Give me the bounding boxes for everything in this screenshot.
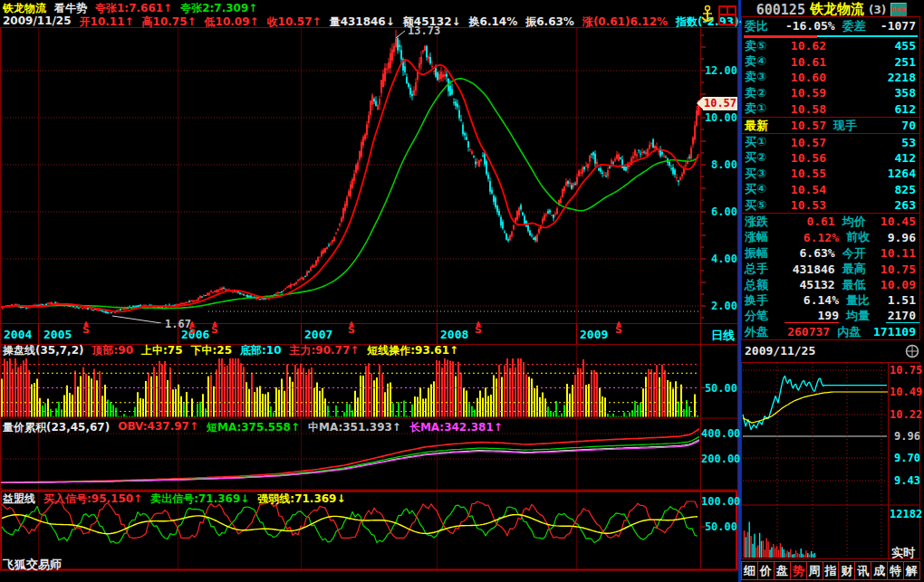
dividend-marker-icon: ▲S — [81, 320, 91, 335]
intraday-axis-label: 9.70 — [890, 452, 920, 464]
anchor-icon[interactable] — [698, 4, 717, 31]
bid-price: 10.56 — [781, 151, 826, 165]
intraday-axis-label: 10.75 — [890, 364, 920, 377]
panel-indicator-value: 长MA:342.381↑ — [409, 420, 503, 435]
panel-indicator-value: 主力:90.77↑ — [289, 343, 359, 358]
panel-axis-label: 200.00 — [701, 453, 737, 465]
quote-row: 卖③10.602218 — [742, 70, 919, 85]
ask-price: 10.60 — [781, 71, 826, 84]
quote-row: 买②10.56412 — [742, 150, 919, 166]
bottom-tab-特[interactable]: 特 — [887, 561, 904, 580]
panel-title: 量价累积(23,45,67) — [3, 420, 110, 435]
bottom-tab-财[interactable]: 财 — [838, 561, 855, 580]
quote-row: 分笔199均量2170 — [742, 309, 919, 324]
quote-row: 最新10.57现手70 — [742, 118, 919, 133]
quote-cell: 卖② — [742, 85, 781, 101]
quote-cell: 委差 — [835, 18, 881, 34]
header-low: 低10.09↑ — [205, 14, 259, 30]
stat-value: 0.61 — [783, 215, 835, 228]
window-grid-icon[interactable] — [717, 4, 738, 31]
quote-cell: 换手 — [742, 292, 784, 309]
stat-value: 2170 — [886, 309, 919, 323]
x-axis-year-label: 2004 — [4, 328, 32, 341]
quote-cell: 涨跌 — [742, 214, 783, 230]
panel-indicator-value: 上中:75 — [141, 343, 183, 358]
weicha-value: -1077 — [881, 19, 919, 33]
latest-label: 最新 — [742, 118, 781, 134]
y-axis-tick-label: 6.00 — [701, 205, 737, 218]
bottom-tab-解[interactable]: 解 — [903, 561, 920, 580]
compass-icon[interactable] — [905, 344, 919, 362]
stat-value: 10.75 — [881, 262, 919, 276]
bottom-tab-成[interactable]: 成 — [871, 561, 888, 580]
bottom-tab-指[interactable]: 指 — [823, 561, 840, 580]
bid-price: 10.57 — [781, 136, 826, 149]
current-hand-label: 现手 — [826, 118, 870, 134]
quote-table: 委比-16.05%委差-1077卖⑤10.62455卖④10.61251卖③10… — [741, 16, 920, 340]
bottom-tab-势[interactable]: 势 — [790, 561, 807, 580]
panel-indicator-value: 买入信号:95.150↑ — [43, 491, 142, 507]
panel-indicator-value: 强弱线:71.369↓ — [257, 491, 345, 507]
bottom-tab-周[interactable]: 周 — [806, 561, 823, 580]
bottom-tab-bar: 细价盘势周指财讯成特解 — [741, 561, 920, 580]
trading-terminal: { "header": { "stock_name": "铁龙物流", "vie… — [0, 0, 924, 582]
quote-row: 总额45132最低10.09 — [742, 277, 919, 292]
bottom-tab-细[interactable]: 细 — [741, 561, 758, 580]
intraday-axis-label: 9.96 — [890, 430, 920, 443]
x-axis-year-label: 2005 — [43, 328, 72, 341]
bid-volume: 412 — [826, 151, 919, 165]
ask-volume: 358 — [826, 86, 919, 100]
intraday-axis-label: 10.22 — [890, 408, 920, 421]
panel-indicator-value: 中MA:351.393↑ — [308, 420, 401, 435]
panel-indicator-value: 下中:25 — [190, 343, 232, 358]
y-axis-tick-label: 10.00 — [701, 111, 737, 124]
quote-row: 委比-16.05%委差-1077 — [742, 17, 919, 34]
panel-indicator-value: OBV:437.97↑ — [118, 420, 198, 435]
quote-date: 2009/11/25 — [745, 344, 815, 358]
stock-name-suffix: (3) — [869, 4, 886, 16]
weibi-value: -16.05% — [783, 19, 835, 33]
ask-volume: 251 — [826, 55, 919, 69]
stat-value: 260737 — [781, 325, 830, 339]
new-badge-icon[interactable]: new — [890, 3, 907, 16]
x-axis-year-label: 2008 — [440, 328, 468, 341]
quote-row: 振幅6.63%今开10.11 — [742, 245, 919, 261]
ask-volume: 2218 — [826, 71, 919, 84]
stat-value: 10.11 — [881, 246, 919, 260]
header-open: 开10.11↑ — [80, 14, 134, 30]
quote-cell: 振幅 — [742, 245, 783, 262]
ask-volume: 612 — [826, 102, 919, 116]
panel-axis-label: 100.00 — [701, 495, 737, 508]
latest-price: 10.57 — [781, 119, 826, 132]
bottom-tab-讯[interactable]: 讯 — [854, 561, 871, 580]
peak-price-annotation: 13.73 — [408, 24, 440, 37]
panel3-header: 益盟线买入信号:95.150↑卖出信号:71.369↓强弱线:71.369↓ — [3, 491, 346, 507]
y-axis-tick-label: 12.00 — [701, 64, 737, 77]
quote-cell: 今开 — [835, 245, 881, 262]
quote-cell: 分笔 — [742, 308, 784, 324]
last-price-tag: 10.57 — [703, 97, 737, 110]
header-volume: 量431846↓ — [330, 14, 395, 30]
dividend-marker-icon: ▲S — [209, 320, 220, 335]
stat-value: 10.09 — [881, 278, 919, 291]
panel-indicator-value: 短线操作:93.61↑ — [367, 343, 458, 358]
dividend-marker-icon: ▲S — [346, 320, 357, 335]
stat-value: 6.12% — [784, 231, 839, 244]
stat-value: 431846 — [783, 262, 835, 276]
quote-cell: 买⑤ — [742, 197, 781, 214]
panel-axis-label: 400.00 — [701, 427, 737, 440]
bottom-tab-盘[interactable]: 盘 — [774, 561, 791, 580]
quote-row: 总手431846最高10.75 — [742, 261, 919, 276]
header-close: 收10.57↑ — [267, 14, 322, 30]
y-axis-tick-label: 4.00 — [701, 253, 737, 265]
bottom-tab-价[interactable]: 价 — [757, 561, 775, 580]
panel-indicator-value: 卖出信号:71.369↓ — [150, 491, 249, 507]
panel-title: 操盘线(35,7,2) — [3, 343, 83, 358]
header-amplitude: 振6.63% — [525, 14, 574, 30]
bid-price: 10.55 — [781, 167, 826, 180]
panel1-header: 操盘线(35,7,2)顶部:90上中:75下中:25底部:10主力:90.77↑… — [3, 343, 458, 358]
period-selector-label[interactable]: 日线 — [711, 328, 735, 344]
bid-volume: 263 — [826, 198, 919, 212]
stock-code: 600125 — [756, 2, 805, 18]
realtime-label[interactable]: 实时 — [891, 545, 915, 561]
